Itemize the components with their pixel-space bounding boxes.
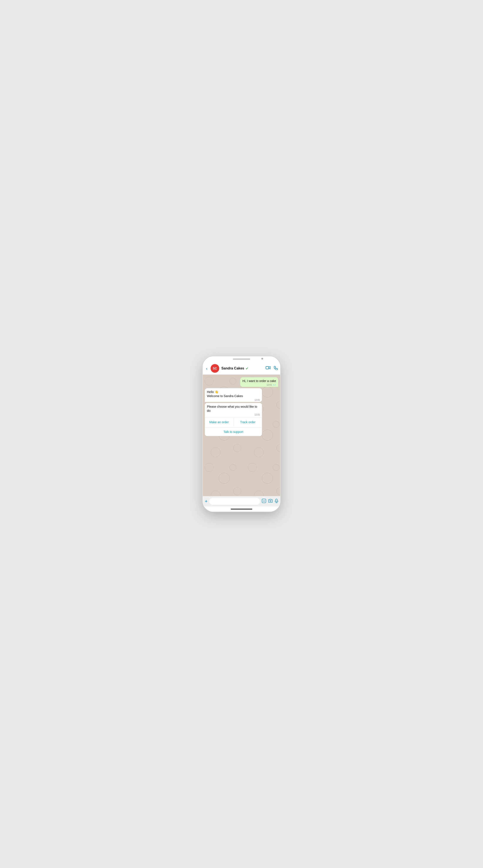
sticker-icon[interactable] xyxy=(262,499,266,504)
front-camera xyxy=(261,358,263,360)
svg-rect-0 xyxy=(266,367,269,369)
sent-message-time: 12:01 xyxy=(266,384,272,386)
make-order-button[interactable]: Make an order xyxy=(205,417,233,427)
message-ticks: ✓✓ xyxy=(273,384,276,386)
contact-name: Sandra Cakes xyxy=(221,367,244,370)
camera-icon[interactable] xyxy=(268,499,273,504)
track-order-button[interactable]: Track order xyxy=(233,417,262,427)
button-row-1: Make an order Track order xyxy=(205,417,262,427)
verified-icon: ✔ xyxy=(246,367,248,371)
received-choose-group: Please choose what you would like to do:… xyxy=(205,403,262,436)
video-call-icon[interactable] xyxy=(266,366,271,371)
header-action-icons xyxy=(266,366,278,371)
received-hello-time: 12:01 xyxy=(254,399,260,401)
contact-info: Sandra Cakes ✔ xyxy=(221,367,263,371)
received-message-group: Hello 👋Welcome to Sandra Cakes 12:01 Ple… xyxy=(205,388,262,436)
received-hello-message: Hello 👋Welcome to Sandra Cakes 12:01 xyxy=(205,388,262,402)
svg-rect-5 xyxy=(276,499,277,501)
svg-rect-1 xyxy=(262,499,266,503)
sent-message: Hi, I want to order a cake 12:01 ✓✓ xyxy=(240,377,278,387)
received-hello-text: Hello 👋Welcome to Sandra Cakes xyxy=(207,390,260,398)
phone-top-bar xyxy=(203,356,280,362)
received-choose-text: Please choose what you would like to do: xyxy=(207,405,260,413)
back-button[interactable]: ‹ xyxy=(205,366,208,371)
phone-notch xyxy=(233,359,250,360)
svg-point-4 xyxy=(270,500,271,501)
input-bar: + xyxy=(203,496,280,506)
received-choose-time: 12:01 xyxy=(254,413,260,416)
phone-device: ‹ SC Sandra Cakes ✔ Hi xyxy=(203,356,280,512)
add-attachment-button[interactable]: + xyxy=(205,499,207,504)
microphone-icon[interactable] xyxy=(275,499,278,504)
received-choose-message: Please choose what you would like to do:… xyxy=(205,403,262,417)
chat-area: Hi, I want to order a cake 12:01 ✓✓ Hell… xyxy=(203,375,280,496)
home-indicator xyxy=(203,506,280,512)
avatar: SC xyxy=(210,364,219,373)
message-input[interactable] xyxy=(209,498,260,505)
talk-to-support-button[interactable]: Talk to support xyxy=(205,427,262,436)
input-action-icons xyxy=(262,499,278,504)
phone-call-icon[interactable] xyxy=(274,366,278,371)
sent-message-text: Hi, I want to order a cake xyxy=(243,379,276,383)
home-bar xyxy=(231,509,252,509)
chat-header: ‹ SC Sandra Cakes ✔ xyxy=(203,362,280,375)
svg-point-3 xyxy=(264,500,265,500)
svg-point-2 xyxy=(263,500,263,500)
